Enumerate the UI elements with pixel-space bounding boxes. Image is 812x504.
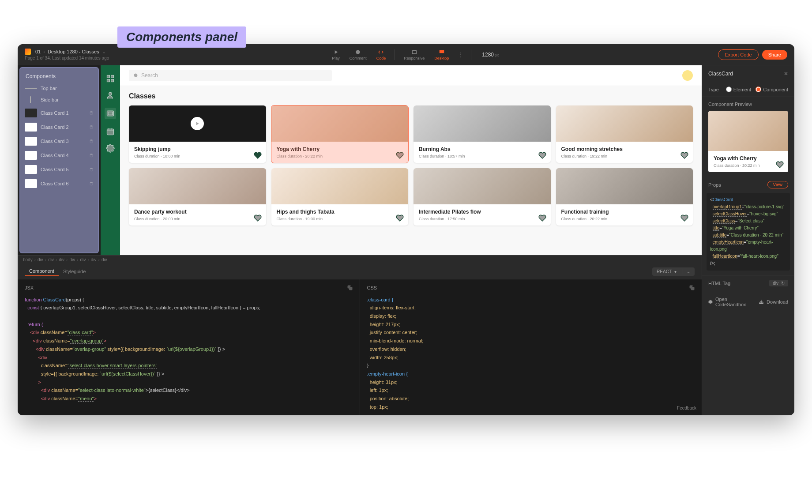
framework-select[interactable]: REACT▾⌄ [652, 267, 695, 276]
class-card[interactable]: Skipping jumpClass duration · 18:00 min [129, 105, 266, 163]
component-class-card-4[interactable]: Class Card 4 [20, 148, 98, 162]
database-icon [89, 125, 94, 129]
class-card[interactable]: divClassCardYoga with CherryClass durati… [271, 105, 409, 163]
chevron-down-icon[interactable]: ⌄ [102, 49, 106, 55]
component-class-card-5[interactable]: Class Card 5 [20, 162, 98, 177]
chevron-down-icon: ⌄ [683, 269, 690, 274]
database-icon [89, 167, 94, 172]
database-icon [89, 111, 94, 115]
tab-styleguide[interactable]: Styleguide [59, 267, 90, 276]
heart-icon[interactable] [538, 214, 546, 222]
chevron-icon: › [45, 257, 46, 262]
design-preview[interactable]: Search Classes Skipping jumpClass durati… [120, 65, 702, 255]
feedback-link[interactable]: Feedback [677, 404, 696, 412]
heart-icon[interactable] [680, 151, 688, 159]
share-button[interactable]: Share [762, 50, 787, 60]
inspector-panel: ClassCard ✕ Type Element Component Compo… [702, 65, 794, 415]
heart-icon[interactable] [680, 214, 688, 222]
component-preview: Yoga with Cherry Class duration · 20:22 … [708, 111, 788, 172]
svg-point-13 [109, 92, 112, 95]
card-title: Intermediate Pilates flow [419, 209, 545, 215]
desktop-tool[interactable]: Desktop [431, 47, 452, 62]
card-image [271, 105, 409, 142]
svg-rect-15 [108, 112, 113, 115]
dom-crumb-item[interactable]: div [38, 257, 43, 262]
svg-rect-16 [107, 129, 114, 135]
export-code-button[interactable]: Export Code [718, 49, 758, 60]
class-card[interactable]: Dance party workoutClass duration · 20:0… [129, 168, 266, 226]
heart-icon[interactable] [254, 151, 262, 159]
svg-rect-1 [412, 50, 416, 53]
dom-crumb-item[interactable]: div [48, 257, 54, 262]
refresh-icon: ↻ [781, 281, 785, 286]
play-tool[interactable]: Play [328, 47, 343, 62]
classes-icon[interactable] [105, 108, 116, 119]
component-top-bar[interactable]: Top bar [20, 83, 98, 94]
canvas-width: 1280px [477, 52, 499, 58]
svg-point-6 [90, 154, 93, 155]
dom-crumb-item[interactable]: body [23, 257, 33, 262]
code-tabs: Component Styleguide REACT▾⌄ [18, 264, 702, 279]
open-codesandbox-button[interactable]: Open CodeSandbox [708, 297, 752, 307]
more-icon[interactable]: ⋮ [455, 52, 466, 58]
component-side-bar[interactable]: Side bar [20, 94, 98, 106]
class-card[interactable]: Hips and thighs TabataClass duration · 1… [271, 168, 409, 226]
css-code[interactable]: .class-card { align-items: flex-start; d… [367, 296, 695, 411]
breadcrumb-page[interactable]: Desktop 1280 - Classes [48, 49, 99, 54]
component-class-card-2[interactable]: Class Card 2 [20, 120, 98, 134]
profile-icon[interactable] [106, 91, 115, 100]
app-sidebar-rail [101, 65, 120, 255]
comment-tool[interactable]: Comment [346, 47, 370, 62]
dom-crumb-item[interactable]: div [59, 257, 64, 262]
tab-component[interactable]: Component [25, 267, 59, 276]
svg-rect-12 [111, 79, 114, 82]
component-class-card-1[interactable]: Class Card 1 [20, 106, 98, 120]
copy-icon[interactable] [347, 285, 353, 290]
search-input[interactable]: Search [129, 70, 332, 81]
dom-crumb-item[interactable]: div [80, 257, 86, 262]
chevron-icon: › [34, 257, 36, 262]
html-tag-select[interactable]: div↻ [769, 280, 788, 286]
dom-breadcrumb[interactable]: body›div›div›div›div›div›div›div [18, 255, 702, 264]
copy-icon[interactable] [689, 285, 695, 290]
heart-icon[interactable] [396, 214, 404, 222]
type-component-radio[interactable]: Component [756, 87, 788, 92]
card-subtitle: Class duration · 20:00 min [134, 217, 261, 221]
type-element-radio[interactable]: Element [726, 87, 751, 92]
svg-point-7 [90, 168, 93, 169]
card-title: Dance party workout [134, 209, 261, 215]
component-class-card-3[interactable]: Class Card 3 [20, 134, 98, 148]
user-avatar[interactable] [682, 70, 693, 81]
dom-crumb-item[interactable]: div [102, 257, 107, 262]
card-subtitle: Class duration · 19:22 min [561, 154, 688, 158]
class-card[interactable]: Functional trainingClass duration · 20:2… [556, 168, 693, 226]
props-code[interactable]: <ClassCard overlapGroup1="class-picture-… [707, 193, 790, 271]
class-card[interactable]: Intermediate Pilates flowClass duration … [414, 168, 551, 226]
responsive-tool[interactable]: Responsive [400, 47, 428, 62]
card-image [129, 168, 266, 204]
dom-crumb-item[interactable]: div [91, 257, 97, 262]
heart-icon[interactable] [538, 151, 546, 159]
jsx-code[interactable]: function ClassCard(props) { const { over… [25, 296, 353, 403]
svg-point-3 [90, 111, 93, 113]
heart-icon[interactable] [254, 214, 262, 222]
database-icon [89, 153, 94, 158]
play-icon[interactable] [191, 117, 204, 130]
app-window: 01 › Desktop 1280 - Classes ⌄ Page 1 of … [18, 44, 794, 415]
breadcrumb-project[interactable]: 01 [35, 49, 41, 54]
code-tool[interactable]: Code [373, 47, 390, 62]
settings-icon[interactable] [106, 144, 115, 153]
svg-rect-23 [349, 287, 352, 290]
calendar-icon[interactable] [106, 127, 115, 136]
class-card[interactable]: Burning AbsClass duration · 18:57 min [414, 105, 551, 163]
component-class-card-6[interactable]: Class Card 6 [20, 177, 98, 191]
props-view-button[interactable]: View [767, 181, 789, 188]
heart-icon[interactable] [396, 151, 404, 159]
dom-crumb-item[interactable]: div [69, 257, 75, 262]
class-card[interactable]: Good morning stretchesClass duration · 1… [556, 105, 693, 163]
status-line: Page 1 of 34. Last updated 14 minutes ag… [25, 56, 109, 60]
close-icon[interactable]: ✕ [784, 71, 788, 77]
download-button[interactable]: Download [759, 297, 788, 307]
svg-rect-2 [440, 50, 444, 53]
dashboard-icon[interactable] [106, 74, 115, 83]
